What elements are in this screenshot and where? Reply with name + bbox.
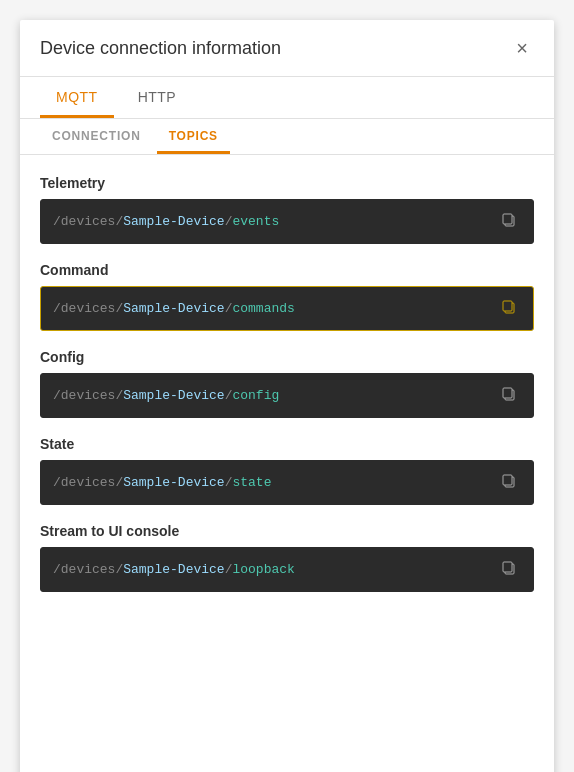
stream-field: /devices/Sample-Device/loopback (40, 547, 534, 592)
device-connection-dialog: Device connection information × MQTT HTT… (20, 20, 554, 772)
copy-command-button[interactable] (497, 297, 521, 320)
copy-icon (501, 560, 517, 576)
stream-value: /devices/Sample-Device/loopback (53, 562, 489, 577)
topic-section-stream: Stream to UI console /devices/Sample-Dev… (40, 523, 534, 592)
command-value: /devices/Sample-Device/commands (53, 301, 489, 316)
dialog-header: Device connection information × (20, 20, 554, 77)
svg-rect-3 (503, 301, 512, 311)
copy-icon (501, 212, 517, 228)
copy-state-button[interactable] (497, 471, 521, 494)
sub-tab-topics[interactable]: TOPICS (157, 119, 230, 154)
command-label: Command (40, 262, 534, 278)
sub-tab-connection[interactable]: CONNECTION (40, 119, 153, 154)
config-label: Config (40, 349, 534, 365)
topic-section-state: State /devices/Sample-Device/state (40, 436, 534, 505)
telemetry-field: /devices/Sample-Device/events (40, 199, 534, 244)
close-button[interactable]: × (510, 36, 534, 60)
tab-mqtt[interactable]: MQTT (40, 77, 114, 118)
state-label: State (40, 436, 534, 452)
protocol-tabs: MQTT HTTP (20, 77, 554, 119)
copy-telemetry-button[interactable] (497, 210, 521, 233)
telemetry-label: Telemetry (40, 175, 534, 191)
topic-section-config: Config /devices/Sample-Device/config (40, 349, 534, 418)
svg-rect-1 (503, 214, 512, 224)
topic-section-command: Command /devices/Sample-Device/commands (40, 262, 534, 331)
command-field: /devices/Sample-Device/commands (40, 286, 534, 331)
svg-rect-7 (503, 475, 512, 485)
config-field: /devices/Sample-Device/config (40, 373, 534, 418)
state-field: /devices/Sample-Device/state (40, 460, 534, 505)
topic-section-telemetry: Telemetry /devices/Sample-Device/events (40, 175, 534, 244)
copy-config-button[interactable] (497, 384, 521, 407)
copy-icon (501, 299, 517, 315)
dialog-title: Device connection information (40, 38, 281, 59)
copy-stream-button[interactable] (497, 558, 521, 581)
copy-icon (501, 473, 517, 489)
state-value: /devices/Sample-Device/state (53, 475, 489, 490)
topics-content: Telemetry /devices/Sample-Device/events … (20, 155, 554, 630)
copy-icon (501, 386, 517, 402)
svg-rect-9 (503, 562, 512, 572)
stream-label: Stream to UI console (40, 523, 534, 539)
tab-http[interactable]: HTTP (122, 77, 193, 118)
telemetry-value: /devices/Sample-Device/events (53, 214, 489, 229)
sub-tabs: CONNECTION TOPICS (20, 119, 554, 155)
svg-rect-5 (503, 388, 512, 398)
config-value: /devices/Sample-Device/config (53, 388, 489, 403)
